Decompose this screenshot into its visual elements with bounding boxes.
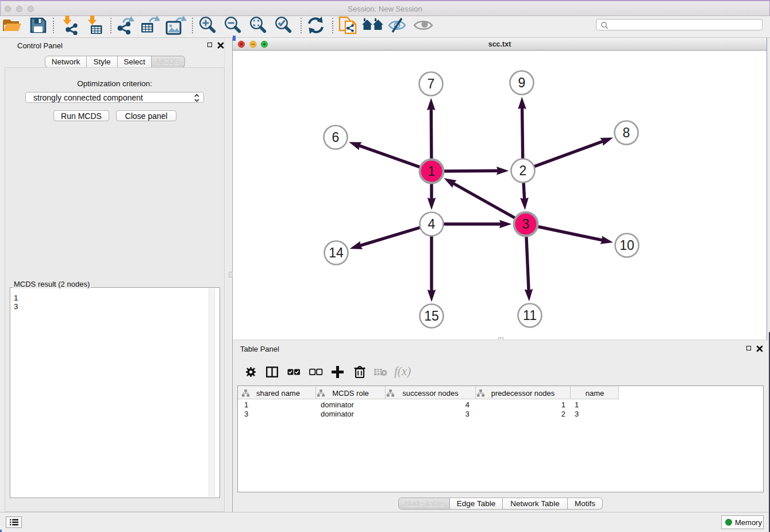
svg-text:1: 1 (428, 164, 436, 179)
svg-text:2: 2 (519, 163, 527, 178)
svg-text:11: 11 (523, 308, 537, 323)
svg-text:4: 4 (428, 217, 436, 232)
svg-text:9: 9 (518, 75, 526, 90)
svg-text:15: 15 (424, 309, 439, 323)
svg-text:3: 3 (522, 217, 530, 232)
svg-text:7: 7 (428, 76, 435, 91)
svg-text:10: 10 (619, 238, 634, 253)
svg-text:6: 6 (332, 130, 340, 145)
svg-text:14: 14 (329, 245, 344, 260)
svg-text:8: 8 (623, 125, 630, 140)
